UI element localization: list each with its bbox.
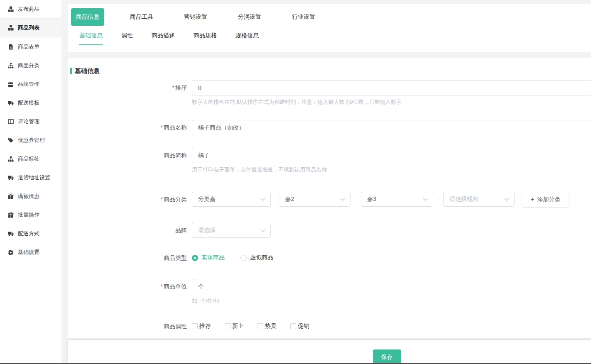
required-mark: * — [172, 84, 174, 91]
cubes-icon — [8, 25, 14, 31]
chevron-down-icon — [260, 229, 265, 232]
main-content: 商品信息 商品工具 营销设置 分润设置 行业设置 基础信息 属性 商品描述 商品… — [68, 0, 591, 338]
brand-select[interactable]: 请选择 — [192, 223, 271, 238]
sidebar-item-label: 批量操作 — [18, 211, 39, 219]
truck-icon — [8, 100, 14, 106]
checkbox-icon — [225, 323, 231, 329]
radio-physical-product[interactable]: 实体商品 — [192, 254, 225, 261]
attributes-control: 推荐 新上 热卖 促销 — [192, 322, 591, 330]
radio-icon — [192, 255, 198, 261]
short-name-hint: 用于打印电子面单，支付通道推送，不填默认用商品名称 — [192, 166, 591, 173]
select-value: 嘉3 — [367, 195, 376, 203]
sidebar-item-product-category[interactable]: 商品分类 — [0, 56, 61, 75]
product-type-label: 商品类型 — [68, 254, 187, 262]
sidebar-item-publish-product[interactable]: 发布商品 — [0, 0, 61, 19]
category-label: *商品分类 — [68, 192, 187, 207]
category-select-level2[interactable]: 嘉2 — [279, 192, 351, 207]
tab-product-info[interactable]: 商品信息 — [71, 8, 104, 26]
file-icon — [8, 44, 14, 50]
sidebar-item-delivery-method[interactable]: 配送方式 — [0, 224, 61, 243]
sidebar-item-label: 商品标签 — [18, 155, 39, 163]
product-type-control: 实体商品 虚拟商品 — [192, 254, 591, 262]
unit-input[interactable] — [192, 279, 591, 294]
subtab-product-spec[interactable]: 商品规格 — [193, 32, 217, 45]
plus-icon: + — [530, 196, 534, 203]
sidebar-item-full-discount[interactable]: 满额优惠 — [0, 187, 61, 205]
basic-info-form-card: 基础信息 *排序 数字大的排名在前,默认排序方式为创建时间，注意：输入最大数为9… — [68, 58, 591, 338]
subtab-basic-info[interactable]: 基础信息 — [79, 32, 103, 45]
tabs-card: 商品信息 商品工具 营销设置 分润设置 行业设置 基础信息 属性 商品描述 商品… — [68, 4, 591, 52]
sidebar-item-delivery-template[interactable]: 配送模板 — [0, 93, 61, 112]
select-value: 分类嘉 — [198, 195, 216, 203]
subtab-attributes[interactable]: 属性 — [121, 32, 133, 45]
sidebar: 发布商品 商品列表 商品表单 商品分类 品牌管理 配送模板 评论管理 优惠券管理… — [0, 0, 61, 364]
sub-tabs: 基础信息 属性 商品描述 商品规格 规格信息 — [79, 32, 591, 45]
sidebar-item-label: 商品列表 — [18, 24, 39, 32]
checkbox-new[interactable]: 新上 — [225, 322, 257, 330]
sidebar-item-label: 发布商品 — [18, 5, 39, 13]
checkbox-label: 新上 — [232, 322, 244, 330]
subtab-product-description[interactable]: 商品描述 — [151, 32, 175, 45]
unit-label: *商品单位 — [68, 279, 187, 294]
save-button[interactable]: 保存 — [373, 349, 401, 364]
category-select-spec[interactable]: 请选择规格 — [443, 192, 515, 207]
chevron-down-icon — [260, 198, 265, 201]
tab-product-tools[interactable]: 商品工具 — [125, 8, 158, 26]
sidebar-item-coupon-management[interactable]: 优惠券管理 — [0, 131, 61, 149]
radio-virtual-product[interactable]: 虚拟商品 — [240, 254, 273, 261]
sidebar-item-brand-management[interactable]: 品牌管理 — [0, 75, 61, 93]
checkbox-icon — [192, 323, 198, 329]
checkbox-hot[interactable]: 热卖 — [257, 322, 290, 330]
sidebar-item-product-list[interactable]: 商品列表 — [0, 19, 61, 37]
category-select-level3[interactable]: 嘉3 — [361, 192, 433, 207]
sort-control — [192, 80, 591, 95]
cubes-icon — [8, 6, 14, 12]
radio-label: 实体商品 — [201, 254, 225, 261]
product-name-input[interactable] — [192, 120, 591, 135]
sitemap-icon — [8, 63, 14, 68]
checkbox-icon — [257, 323, 263, 329]
gift-icon — [8, 212, 14, 218]
radio-label: 虚拟商品 — [250, 254, 273, 261]
tab-marketing-settings[interactable]: 营销设置 — [179, 8, 212, 26]
select-placeholder: 请选择规格 — [449, 195, 478, 203]
sort-input[interactable] — [192, 80, 591, 95]
sidebar-item-basic-settings[interactable]: 基础设置 — [0, 243, 61, 261]
truck-icon — [8, 231, 14, 237]
sort-hint: 数字大的排名在前,默认排序方式为创建时间，注意：输入最大数为9位数，只能输入数字 — [192, 99, 591, 105]
tab-profit-settings[interactable]: 分润设置 — [233, 8, 266, 26]
form-row-category: *商品分类 分类嘉 嘉2 嘉3 请选择规格 — [68, 192, 591, 208]
form-row-product-name: *商品名称 — [68, 120, 591, 135]
main-tabs: 商品信息 商品工具 营销设置 分润设置 行业设置 — [68, 4, 591, 26]
attributes-checkbox-group: 推荐 新上 热卖 促销 — [192, 322, 591, 330]
form-row-unit: *商品单位 — [68, 279, 591, 294]
sidebar-item-comment-management[interactable]: 评论管理 — [0, 112, 61, 131]
tab-industry-settings[interactable]: 行业设置 — [287, 8, 320, 26]
short-name-control — [192, 148, 591, 163]
checkbox-label: 促销 — [298, 322, 309, 330]
checkbox-promotion[interactable]: 促销 — [290, 322, 323, 330]
category-control: 分类嘉 嘉2 嘉3 请选择规格 + 添加分类 — [192, 192, 591, 208]
checkbox-label: 热卖 — [265, 322, 277, 330]
product-name-control — [192, 120, 591, 135]
gift-icon — [8, 193, 14, 199]
tag-icon — [8, 137, 14, 143]
add-category-label: 添加分类 — [537, 196, 560, 203]
chevron-down-icon — [504, 198, 509, 201]
sidebar-item-batch-operations[interactable]: 批量操作 — [0, 205, 61, 224]
form-row-attributes: 商品属性 推荐 新上 热卖 — [68, 322, 591, 330]
short-name-input[interactable] — [192, 148, 591, 163]
subtab-spec-info[interactable]: 规格信息 — [235, 32, 259, 45]
footer-save-bar: 保存 — [68, 340, 591, 364]
chevron-down-icon — [423, 198, 428, 201]
category-select-level1[interactable]: 分类嘉 — [192, 192, 271, 207]
required-mark: * — [161, 196, 163, 203]
sidebar-item-label: 商品表单 — [18, 43, 39, 51]
sidebar-item-product-form[interactable]: 商品表单 — [0, 37, 61, 56]
sidebar-item-product-tags[interactable]: 商品标签 — [0, 149, 61, 168]
checkbox-recommend[interactable]: 推荐 — [192, 322, 225, 330]
sidebar-item-label: 配送方式 — [18, 230, 39, 237]
sidebar-item-return-address-settings[interactable]: 退货地址设置 — [0, 168, 61, 187]
unit-control — [192, 279, 591, 294]
add-category-button[interactable]: + 添加分类 — [522, 192, 569, 208]
